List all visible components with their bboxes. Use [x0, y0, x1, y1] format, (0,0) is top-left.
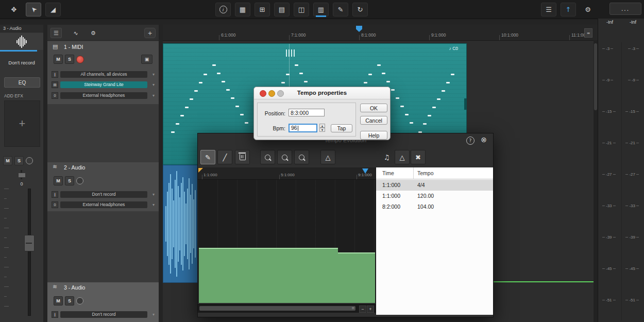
editor-view-button[interactable]: ◫	[294, 3, 309, 16]
chevron-down-icon[interactable]: ▾	[152, 93, 155, 98]
tempo-playhead-marker[interactable]	[362, 168, 368, 174]
zoom-full-button[interactable]	[294, 150, 309, 164]
timeline-ruler[interactable]: 6:1:0007:1:0008:1:0009:1:00010:1:00011:1…	[163, 25, 598, 41]
chevron-down-icon[interactable]: ▾	[152, 72, 155, 77]
output-select[interactable]: External Headphones	[60, 201, 147, 208]
metronome-button[interactable]: △	[320, 150, 335, 164]
zoom-in-mini-button[interactable]: +	[367, 306, 374, 313]
input-channel-select[interactable]: All channels, all devices	[60, 71, 147, 78]
overflow-button[interactable]: ...	[609, 3, 641, 15]
volume-fader-track[interactable]	[28, 189, 31, 316]
position-input[interactable]: 8:3:000	[289, 109, 325, 116]
table-row[interactable]: 1:1:000 4/4	[376, 180, 493, 191]
arrow-tool-button[interactable]: ➤	[26, 3, 41, 16]
track-3-audio-selected[interactable]: ≋ 3 - Audio M S ∥ Don't record ▾	[47, 282, 159, 322]
quantize-button[interactable]: ▦	[235, 3, 250, 16]
settings-button[interactable]: ⚙	[580, 3, 596, 16]
panel-button[interactable]: ⊞	[255, 3, 270, 16]
record-arm-button[interactable]	[26, 157, 33, 164]
clip-right-bracket[interactable]	[464, 98, 467, 110]
loop-button[interactable]: ↻	[352, 3, 368, 16]
add-track-button[interactable]: +	[144, 28, 156, 38]
move-tool-button[interactable]: ✥	[6, 3, 22, 16]
audio-clip[interactable]	[163, 165, 198, 283]
chevron-down-icon[interactable]: ▾	[152, 192, 155, 197]
track-name[interactable]: 1 - MIDI	[64, 44, 83, 50]
share-button[interactable]: ↑	[561, 3, 576, 16]
tempo-horizontal-scrollbar[interactable]: ≡ − +	[198, 304, 376, 313]
tempo-properties-dialog[interactable]: Tempo properties Position: 8:3:000 Bpm: …	[253, 87, 391, 140]
spinner-down-button[interactable]: ▼	[319, 128, 325, 132]
pan-knob[interactable]	[18, 173, 26, 178]
ruler-scroll-button[interactable]: ≡	[584, 28, 592, 38]
delete-button[interactable]	[235, 150, 250, 164]
keyboard-view-button[interactable]: ▤	[274, 3, 290, 16]
track-name[interactable]: 3 - Audio	[64, 284, 85, 291]
mute-button[interactable]: M	[54, 176, 63, 185]
chevron-down-icon[interactable]: ▾	[152, 82, 155, 87]
column-divider[interactable]	[413, 167, 414, 179]
mute-button[interactable]: M	[54, 55, 63, 64]
zoom-out-mini-button[interactable]: −	[359, 306, 366, 313]
input-select[interactable]: Don't record	[60, 191, 147, 198]
help-button[interactable]: ?	[466, 137, 474, 145]
line-tool-button[interactable]: ╱	[217, 150, 232, 164]
output-select[interactable]: External Headphones	[60, 92, 147, 99]
table-row[interactable]: 1:1:000 120.00	[376, 191, 493, 201]
add-efx-dropzone[interactable]: +	[4, 100, 40, 147]
playhead-marker[interactable]	[356, 26, 362, 32]
dialog-titlebar[interactable]: Tempo properties	[254, 87, 390, 99]
tempo-editor-window[interactable]: Tempo Evolution ? ⊗ ✎ ╱ △ ♫ △ ✖ 1:1:0005…	[197, 133, 494, 317]
bpm-input[interactable]: 96	[289, 124, 317, 132]
inspector-track-type[interactable]	[0, 33, 43, 50]
automation-button[interactable]: ∿	[70, 28, 81, 38]
ok-button[interactable]: OK	[360, 104, 387, 112]
fade-tool-button[interactable]: ◢	[45, 3, 61, 16]
monitor-button[interactable]: ▣	[141, 55, 152, 64]
zoom-out-button[interactable]	[277, 150, 292, 164]
tempo-automation-line[interactable]	[494, 281, 595, 282]
chevron-down-icon[interactable]: ▾	[152, 202, 155, 207]
chevron-down-icon[interactable]: ▾	[152, 312, 155, 317]
note-options-button[interactable]: ♫	[379, 150, 394, 164]
tempo-segment-104[interactable]	[338, 252, 375, 303]
volume-fader-handle[interactable]	[24, 235, 35, 251]
table-row[interactable]: 8:2:000 104.00	[376, 201, 493, 212]
track-name[interactable]: 2 - Audio	[64, 164, 85, 171]
tap-button[interactable]: Tap	[331, 124, 352, 132]
record-arm-button[interactable]	[76, 177, 83, 184]
tempo-curve-canvas[interactable]	[198, 180, 376, 303]
delete-all-button[interactable]: ✖	[411, 150, 426, 164]
draw-button[interactable]: ✎	[333, 3, 348, 16]
scrollbar-thumb[interactable]: ≡	[199, 306, 355, 311]
tempo-segment-120[interactable]	[199, 248, 338, 303]
tempo-metronome-button[interactable]: △	[395, 150, 410, 164]
inspector-track-header[interactable]: 3 - Audio	[0, 25, 43, 32]
instrument-select[interactable]: Steinway Grand Lite	[60, 81, 147, 88]
eq-button[interactable]: EQ	[4, 77, 40, 88]
track-list-menu-button[interactable]: ☰	[50, 28, 62, 38]
info-button[interactable]: i	[215, 3, 231, 16]
input-select[interactable]: Don't record	[60, 311, 147, 318]
tempo-ruler[interactable]: 1:1:0005:1:0009:1:000	[198, 167, 376, 180]
zoom-in-button[interactable]	[260, 150, 275, 164]
scrollbar-thumb[interactable]	[594, 43, 597, 110]
track-settings-button[interactable]: ⚙	[88, 28, 99, 38]
solo-button[interactable]: S	[14, 156, 24, 165]
solo-button[interactable]: S	[65, 296, 74, 306]
track-2-audio[interactable]: ≋ 2 - Audio M S ∥ Don't record ▾ 0 Exter…	[47, 162, 159, 211]
record-arm-button[interactable]	[76, 297, 83, 304]
solo-button[interactable]: S	[65, 176, 74, 185]
arrange-vertical-scrollbar[interactable]	[594, 40, 598, 322]
solo-button[interactable]: S	[65, 55, 74, 64]
help-button[interactable]: Help	[360, 131, 387, 140]
cancel-button[interactable]: Cancel	[360, 116, 387, 125]
mix-channels-button[interactable]: ☰	[541, 3, 556, 16]
record-arm-button-active[interactable]	[76, 56, 84, 63]
loop-start-marker[interactable]	[198, 168, 203, 173]
mute-button[interactable]: M	[54, 296, 63, 306]
pencil-tool-button[interactable]: ✎	[200, 150, 215, 164]
mute-button[interactable]: M	[3, 156, 12, 165]
mix-view-button[interactable]: ▥	[313, 3, 329, 16]
track-1-midi[interactable]: ▤ 1 - MIDI M S ▣ ∥ All channels, all dev…	[47, 41, 159, 104]
